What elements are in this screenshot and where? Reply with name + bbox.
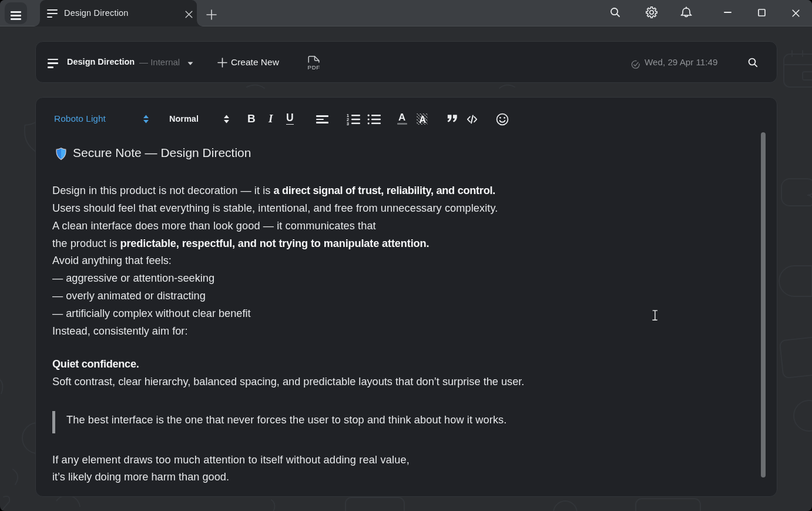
svg-text:3: 3	[347, 122, 349, 126]
svg-text:PDF: PDF	[308, 64, 320, 71]
svg-text:A: A	[420, 115, 427, 125]
svg-text:2: 2	[347, 118, 349, 122]
svg-text:1: 1	[347, 113, 349, 118]
